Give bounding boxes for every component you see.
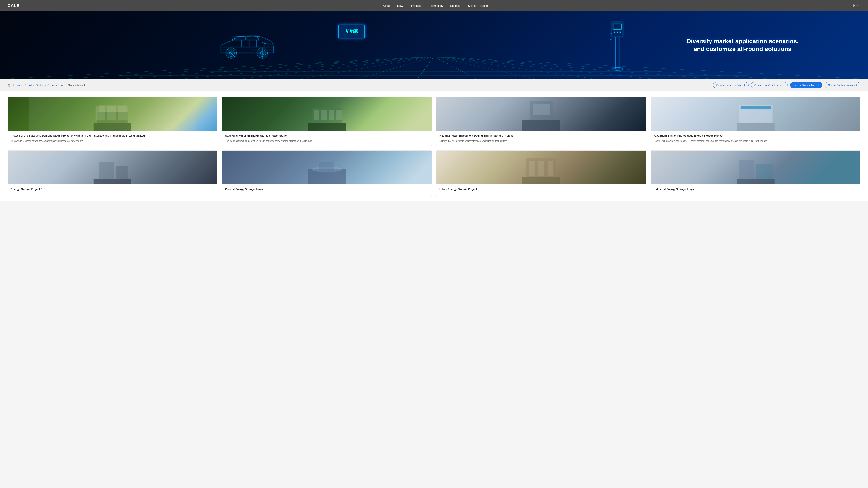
card-title-4: Alxa Right Banner Photovoltaic Energy St… [654, 134, 858, 138]
card-body-1: Phase I of the State Grid Demonstration … [8, 131, 217, 145]
svg-line-35 [264, 43, 273, 44]
nav-investor[interactable]: Investor Relations [467, 4, 489, 7]
breadcrumb-products[interactable]: Products [47, 84, 57, 87]
card-body-8: Industrial Energy Storage Project [651, 185, 861, 196]
product-card-1[interactable]: Phase I of the State Grid Demonstration … [7, 97, 217, 146]
svg-rect-54 [94, 123, 131, 131]
svg-rect-59 [308, 123, 346, 131]
card-image-3 [436, 97, 646, 131]
language-switcher: 中 | EN [852, 4, 861, 7]
hero-car-illustration [217, 26, 277, 64]
nav-products[interactable]: Products Product System Products Passeng… [411, 4, 422, 7]
breadcrumb-product-system[interactable]: Product System [27, 84, 44, 87]
card-image-5 [8, 151, 217, 185]
svg-point-50 [617, 32, 618, 33]
product-card-8[interactable]: Industrial Energy Storage Project [651, 150, 861, 196]
nav-about[interactable]: About [383, 4, 391, 7]
svg-rect-69 [740, 106, 771, 109]
svg-rect-73 [94, 179, 131, 185]
svg-rect-70 [740, 111, 771, 122]
hero-headline: Diversify market application scenarios, … [687, 37, 799, 53]
card-image-4 [651, 97, 861, 131]
filter-special[interactable]: Special Application Market [825, 82, 861, 88]
svg-rect-71 [99, 162, 114, 179]
card-body-6: Coastal Energy Storage Project [222, 185, 432, 196]
nav-technology[interactable]: Technology [429, 4, 443, 7]
svg-rect-76 [319, 162, 334, 173]
card-desc-3: China's first photovoltaic energy storag… [439, 139, 643, 143]
product-card-4[interactable]: Alxa Right Banner Photovoltaic Energy St… [651, 97, 861, 146]
filter-buttons-group: Passenger Vehicle Market Commercial Vehi… [713, 82, 861, 88]
svg-rect-52 [97, 112, 128, 123]
svg-rect-81 [548, 161, 554, 176]
hero-banner: 新能源 [0, 11, 868, 79]
svg-rect-79 [529, 161, 535, 176]
breadcrumb-current: Energy Storage Market [60, 84, 85, 87]
card-body-7: Urban Energy Storage Project [436, 185, 646, 196]
nav-news[interactable]: News [397, 4, 404, 7]
svg-rect-63 [336, 110, 342, 120]
card-title-5: Energy Storage Project 5 [11, 188, 214, 191]
card-body-2: State Grid Kunshan Energy Storage Power … [222, 131, 432, 145]
products-grid: Phase I of the State Grid Demonstration … [7, 97, 861, 196]
svg-rect-82 [739, 160, 754, 179]
svg-rect-83 [755, 164, 772, 179]
breadcrumb: 🏠 Homepage / Product System / Products /… [7, 84, 85, 87]
card-desc-4: Use the "photovoltaic sand control+energ… [654, 139, 858, 143]
breadcrumb-home[interactable]: Homepage [12, 84, 24, 87]
lang-separator: | [856, 4, 856, 7]
card-title-1: Phase I of the State Grid Demonstration … [11, 134, 214, 138]
filter-passenger[interactable]: Passenger Vehicle Market [713, 82, 748, 88]
breadcrumb-sep-3: / [58, 84, 59, 87]
card-title-2: State Grid Kunshan Energy Storage Power … [225, 134, 429, 138]
card-image-2 [222, 97, 432, 131]
svg-rect-65 [522, 120, 560, 131]
nav-contact[interactable]: Contact [450, 4, 460, 7]
svg-rect-45 [616, 37, 619, 69]
svg-rect-56 [107, 106, 116, 120]
svg-rect-60 [314, 110, 319, 120]
hero-grid-decoration [0, 57, 868, 79]
site-header: CALB About News Products Product System … [0, 0, 868, 11]
product-card-3[interactable]: National Power Investment Daqing Energy … [436, 97, 646, 146]
svg-line-36 [262, 42, 264, 43]
main-nav: About News Products Product System Produ… [383, 4, 489, 7]
products-section: Phase I of the State Grid Demonstration … [0, 91, 868, 201]
card-body-3: National Power Investment Daqing Energy … [436, 131, 646, 145]
site-logo[interactable]: CALB [7, 3, 20, 8]
breadcrumb-filter-bar: 🏠 Homepage / Product System / Products /… [0, 79, 868, 91]
card-desc-1: The world's largest platform for compreh… [11, 139, 214, 143]
card-image-7 [436, 151, 646, 185]
card-body-5: Energy Storage Project 5 [8, 185, 217, 196]
svg-rect-78 [522, 177, 560, 185]
hero-charger-illustration [610, 18, 625, 71]
card-desc-2: The world's largest single-station lithi… [225, 139, 429, 143]
svg-rect-53 [99, 104, 126, 112]
svg-point-51 [620, 32, 621, 33]
card-image-1 [8, 97, 217, 131]
svg-rect-72 [116, 166, 128, 179]
filter-energy-storage[interactable]: Energy Storage Market [790, 82, 823, 88]
product-card-6[interactable]: Coastal Energy Storage Project [222, 150, 432, 196]
card-body-4: Alxa Right Banner Photovoltaic Energy St… [651, 131, 861, 145]
svg-rect-66 [533, 104, 550, 115]
svg-rect-68 [737, 123, 774, 131]
svg-rect-84 [737, 179, 774, 185]
product-card-5[interactable]: Energy Storage Project 5 [7, 150, 217, 196]
svg-rect-57 [118, 106, 128, 120]
product-card-2[interactable]: State Grid Kunshan Energy Storage Power … [222, 97, 432, 146]
card-title-7: Urban Energy Storage Project [439, 188, 643, 191]
filter-commercial[interactable]: Commercial Vehicle Market [751, 82, 788, 88]
svg-rect-47 [613, 24, 621, 29]
lang-en[interactable]: EN [857, 4, 861, 7]
product-card-7[interactable]: Urban Energy Storage Project [436, 150, 646, 196]
card-image-6 [222, 151, 432, 185]
breadcrumb-sep-1: / [25, 84, 26, 87]
card-title-3: National Power Investment Daqing Energy … [439, 134, 643, 138]
svg-rect-55 [96, 106, 105, 120]
card-title-6: Coastal Energy Storage Project [225, 188, 429, 191]
hero-sign: 新能源 [338, 25, 365, 38]
hero-text-block: Diversify market application scenarios, … [687, 37, 799, 53]
svg-point-49 [614, 32, 615, 33]
lang-cn[interactable]: 中 [852, 4, 855, 7]
